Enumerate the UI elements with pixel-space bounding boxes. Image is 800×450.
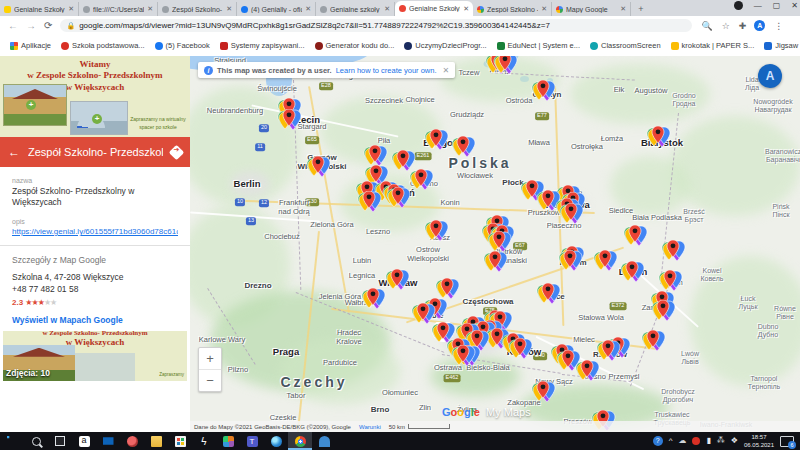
map-marker[interactable] [408, 169, 434, 197]
taskbar-people-icon[interactable] [312, 432, 336, 450]
taskbar-flash-icon[interactable]: ϟ [192, 432, 216, 450]
map-marker[interactable] [450, 345, 476, 373]
taskbar-search-icon[interactable] [24, 432, 48, 450]
map-marker[interactable] [356, 191, 382, 219]
map-marker[interactable] [574, 360, 600, 388]
zoom-out-button[interactable]: − [199, 370, 221, 391]
battery-icon[interactable]: ▮ [706, 432, 710, 450]
extensions-icon[interactable]: ✚ [739, 21, 747, 31]
browser-avatar[interactable]: A [754, 20, 765, 31]
back-arrow-icon[interactable]: ← [8, 145, 20, 159]
map-marker[interactable] [640, 330, 666, 358]
map-marker[interactable] [276, 109, 302, 137]
tab-close-icon[interactable]: ✕ [305, 5, 311, 13]
taskbar-store-icon[interactable] [168, 432, 192, 450]
minimize-button[interactable]: — [754, 1, 762, 10]
map-marker[interactable] [660, 240, 686, 268]
help-icon[interactable]: ? [653, 436, 663, 446]
tab-close-icon[interactable]: ✕ [541, 5, 547, 13]
wifi-icon[interactable]: ⁂ [717, 432, 725, 450]
map-marker[interactable] [645, 126, 671, 154]
map-marker[interactable] [592, 250, 618, 278]
map-marker[interactable] [360, 288, 386, 316]
map-marker[interactable] [530, 381, 556, 409]
taskbar-task-icon[interactable] [48, 432, 72, 450]
taskbar-paint-icon[interactable] [120, 432, 144, 450]
taskbar-av-icon[interactable] [216, 432, 240, 450]
zoom-in-button[interactable]: + [199, 348, 221, 370]
map-marker[interactable] [650, 300, 676, 328]
tab-close-icon[interactable]: ✕ [463, 5, 469, 13]
info-close-icon[interactable]: ✕ [443, 66, 450, 75]
tab-close-icon[interactable]: ✕ [68, 5, 74, 13]
map-marker[interactable] [622, 225, 648, 253]
browser-tab[interactable]: (4) Genially - ofic ✕ [237, 2, 316, 16]
map-marker[interactable] [535, 283, 561, 311]
dropbox-icon[interactable]: ❖ [731, 432, 738, 450]
map-marker[interactable] [558, 203, 584, 231]
map-marker[interactable] [450, 136, 476, 164]
map-marker[interactable] [482, 251, 508, 279]
browser-tab[interactable]: Genialne Szkoły ✕ [0, 2, 79, 16]
browser-tab[interactable]: Genialne Szkoły! ✕ [395, 1, 473, 16]
map-marker[interactable] [557, 250, 583, 278]
taskbar-mail-icon[interactable] [96, 432, 120, 450]
browser-tab[interactable]: file:///C:/Users/al ✕ [79, 2, 158, 16]
menu-kebab-icon[interactable]: ⋮ [774, 21, 783, 31]
map-marker[interactable] [305, 156, 331, 184]
address-bar[interactable]: 🔒 google.com/maps/d/viewer?mid=13UN9vQ9M… [60, 19, 692, 32]
tab-close-icon[interactable]: ✕ [226, 5, 232, 13]
tray-chevron-icon[interactable]: ^ [669, 432, 673, 450]
view-in-maps-link[interactable]: Wyświetl w Mapach Google [12, 315, 178, 325]
taskbar-edge-icon[interactable] [264, 432, 288, 450]
photos-thumbnail[interactable]: w Zespole Szkolno- Przedszkolnym w Więks… [3, 331, 187, 381]
profile-circle-icon[interactable] [734, 1, 743, 10]
bookmark-item[interactable]: krokotak | PAPER S... [671, 41, 755, 50]
tab-close-icon[interactable]: ✕ [620, 5, 626, 13]
taskbar-teams-icon[interactable]: T [240, 432, 264, 450]
map-marker[interactable] [530, 80, 556, 108]
map-canvas[interactable]: E28E77E65E261E30E67E372E75E40E4622011101… [190, 56, 800, 432]
new-tab-button[interactable]: + [635, 3, 647, 15]
map-marker[interactable] [507, 338, 533, 366]
bookmark-item[interactable]: Generator kodu do... [315, 41, 395, 50]
desc-link[interactable]: https://view.genial.ly/601555f71bd3060d7… [12, 227, 178, 236]
tab-close-icon[interactable]: ✕ [147, 5, 153, 13]
onedrive-icon[interactable]: ☁ [678, 432, 686, 450]
browser-tab[interactable]: Zespół Szkolno- P ✕ [158, 2, 237, 16]
bookmark-item[interactable]: EduNect | System e... [497, 41, 580, 50]
bookmark-item[interactable]: Aplikacje [10, 41, 51, 50]
tab-close-icon[interactable]: ✕ [384, 5, 390, 13]
browser-tab[interactable]: Genialne szkoły ✕ [316, 2, 395, 16]
photo-plus-icon[interactable]: + [92, 114, 102, 124]
map-marker[interactable] [385, 187, 411, 215]
bookmark-star-icon[interactable]: ☆ [722, 21, 730, 31]
clock[interactable]: 18:57 06.05.2021 [744, 433, 774, 450]
forward-icon[interactable]: → [26, 20, 36, 31]
map-marker[interactable] [423, 129, 449, 157]
bookmark-item[interactable]: Jigsaw Planet - Puz... [764, 41, 800, 50]
photo-plus-icon[interactable]: + [26, 100, 36, 110]
notifications-icon[interactable]: 6 [780, 436, 794, 447]
info-link[interactable]: Learn how to create your own. [336, 66, 437, 75]
taskbar-chrome-icon[interactable] [288, 432, 312, 450]
taskbar-amazon-icon[interactable] [72, 432, 96, 450]
map-marker[interactable] [384, 269, 410, 297]
bookmark-item[interactable]: ClassroomScreen [590, 41, 661, 50]
share-icon[interactable] [169, 144, 185, 160]
map-marker[interactable] [492, 56, 518, 81]
bookmark-item[interactable]: (5) Facebook [155, 41, 210, 50]
taskbar-start-icon[interactable] [0, 432, 24, 450]
terms-link[interactable]: Warunki [359, 424, 381, 430]
browser-tab[interactable]: Zespół Szkolno - ✕ [473, 2, 552, 16]
map-marker[interactable] [423, 220, 449, 248]
taskbar-explorer-icon[interactable] [144, 432, 168, 450]
bookmark-item[interactable]: UczymyDzieciProgr... [404, 41, 486, 50]
zoom-page-icon[interactable]: 🔍 [701, 21, 712, 31]
back-icon[interactable]: ← [8, 20, 18, 31]
map-marker[interactable] [619, 261, 645, 289]
close-button[interactable]: ✕ [791, 1, 798, 10]
defender-icon[interactable] [692, 437, 700, 445]
map-avatar[interactable]: A [758, 64, 782, 88]
reload-icon[interactable]: ⟳ [44, 20, 52, 31]
